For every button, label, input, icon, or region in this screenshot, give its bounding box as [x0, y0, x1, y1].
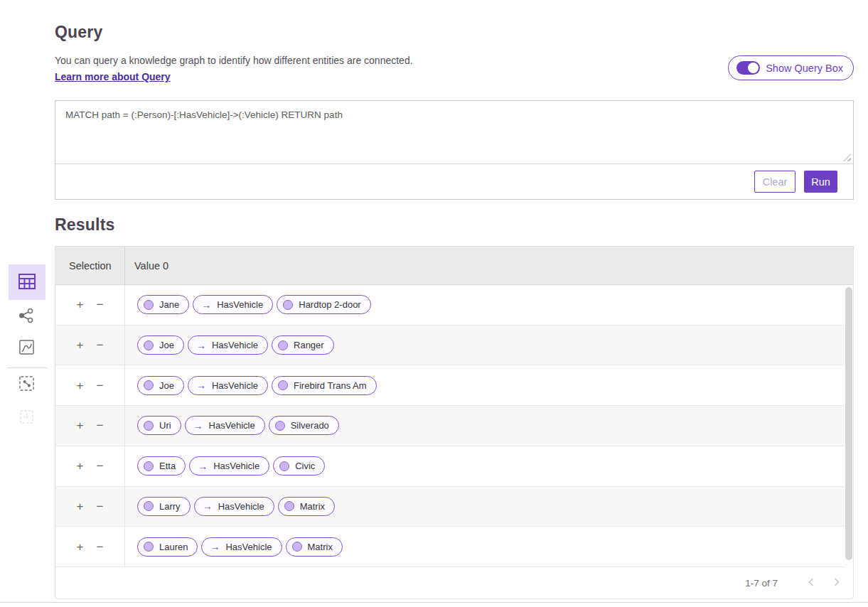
table-row: + − Uri → HasVehicle Silverado [55, 406, 853, 446]
node-pill-source[interactable]: Lauren [137, 537, 198, 557]
sidebar-item-table-view[interactable] [9, 264, 45, 300]
results-title: Results [55, 215, 114, 235]
edge-arrow-icon: → [196, 340, 206, 350]
expand-row-button[interactable]: + [75, 499, 85, 514]
edge-label: HasVehicle [218, 501, 264, 512]
node-circle-icon [144, 461, 154, 471]
edge-pill[interactable]: → HasVehicle [201, 537, 282, 557]
next-page-button[interactable] [830, 574, 843, 592]
node-pill-target[interactable]: Matrix [278, 497, 335, 516]
edge-arrow-icon: → [198, 461, 208, 471]
node-pill-source[interactable]: Larry [137, 497, 191, 516]
node-circle-icon [279, 461, 289, 471]
node-pill-source[interactable]: Joe [137, 376, 184, 395]
results-table: Selection Value 0 + − Jane → HasVehicle … [55, 246, 854, 599]
edge-pill[interactable]: → HasVehicle [189, 456, 269, 476]
sidebar-divider [7, 367, 47, 368]
node-label: Hardtop 2-door [299, 299, 360, 310]
sidebar-item-graph-view[interactable] [16, 306, 36, 326]
expand-row-button[interactable]: + [75, 418, 85, 433]
table-scrollbar-thumb[interactable] [845, 287, 852, 560]
toggle-switch-icon[interactable] [736, 61, 760, 75]
node-label: Matrix [300, 501, 325, 512]
node-label: Jane [159, 299, 179, 310]
edge-label: HasVehicle [213, 461, 259, 471]
edge-pill[interactable]: → HasVehicle [185, 416, 265, 435]
node-pill-source[interactable]: Uri [137, 416, 181, 435]
node-circle-icon [144, 380, 154, 390]
expand-row-button[interactable]: + [75, 378, 85, 393]
edge-arrow-icon: → [203, 501, 213, 511]
selection-cell: + − [55, 487, 125, 527]
edge-label: HasVehicle [212, 380, 258, 391]
edge-pill[interactable]: → HasVehicle [193, 295, 273, 314]
node-pill-target[interactable]: Ranger [272, 335, 334, 355]
node-circle-icon [144, 542, 154, 552]
sidebar-item-expand-view [18, 410, 34, 426]
node-pill-source[interactable]: Jane [137, 295, 189, 314]
node-pill-target[interactable]: Silverado [269, 416, 339, 435]
query-panel-footer: Clear Run [55, 164, 853, 199]
table-row: + − Larry → HasVehicle Matrix [55, 487, 853, 527]
expand-row-button[interactable]: + [75, 338, 85, 353]
collapse-row-button[interactable]: − [95, 499, 105, 514]
learn-more-link[interactable]: Learn more about Query [55, 71, 171, 82]
edge-label: HasVehicle [217, 299, 263, 310]
show-query-box-toggle[interactable]: Show Query Box [728, 55, 854, 80]
table-scrollbar-track[interactable] [844, 285, 853, 567]
expand-row-button[interactable]: + [75, 458, 85, 473]
edge-pill[interactable]: → HasVehicle [188, 335, 268, 355]
node-label: Uri [159, 420, 171, 431]
collapse-row-button[interactable]: − [95, 458, 105, 473]
sidebar-item-chart-view[interactable] [16, 338, 36, 358]
node-pill-target[interactable]: Civic [273, 456, 325, 476]
expand-row-button[interactable]: + [75, 539, 85, 554]
table-footer: 1-7 of 7 [55, 567, 853, 598]
collapse-row-button[interactable]: − [95, 539, 105, 554]
pagination-range-label: 1-7 of 7 [745, 578, 778, 589]
node-circle-icon [275, 421, 285, 431]
node-pill-target[interactable]: Matrix [286, 537, 343, 557]
toggle-label: Show Query Box [766, 63, 843, 74]
graph-view-icon [17, 306, 36, 327]
edge-label: HasVehicle [225, 542, 272, 552]
query-input[interactable]: MATCH path = (:Person)-[:HasVehicle]->(:… [55, 101, 853, 163]
node-circle-icon [278, 380, 288, 390]
run-button[interactable]: Run [804, 171, 837, 193]
column-header-value0: Value 0 [125, 247, 853, 284]
collapse-row-button[interactable]: − [95, 418, 105, 433]
collapse-row-button[interactable]: − [95, 297, 105, 312]
expand-view-icon [19, 409, 34, 426]
node-label: Etta [159, 461, 176, 471]
expand-row-button[interactable]: + [75, 297, 85, 312]
table-row: + − Etta → HasVehicle Civic [55, 446, 853, 487]
node-pill-source[interactable]: Etta [137, 456, 186, 476]
edge-arrow-icon: → [193, 421, 203, 431]
map-view-icon [18, 375, 35, 394]
collapse-row-button[interactable]: − [95, 338, 105, 353]
edge-arrow-icon: → [196, 380, 206, 390]
query-editor-wrap: MATCH path = (:Person)-[:HasVehicle]->(:… [55, 101, 853, 164]
edge-pill[interactable]: → HasVehicle [188, 376, 268, 395]
table-row: + − Joe → HasVehicle Ranger [55, 326, 853, 366]
edge-label: HasVehicle [209, 420, 255, 431]
toggle-knob [748, 63, 759, 73]
node-label: Lauren [159, 542, 188, 552]
node-label: Silverado [291, 420, 329, 431]
table-row: + − Lauren → HasVehicle Matrix [55, 527, 853, 567]
table-row: + − Joe → HasVehicle Firebird Trans Am [55, 365, 853, 406]
node-pill-target[interactable]: Firebird Trans Am [272, 376, 377, 395]
edge-pill[interactable]: → HasVehicle [194, 497, 274, 516]
collapse-row-button[interactable]: − [95, 378, 105, 393]
node-pill-target[interactable]: Hardtop 2-door [277, 295, 370, 314]
selection-cell: + − [55, 527, 125, 566]
sidebar-item-map-view[interactable] [16, 375, 36, 394]
node-pill-source[interactable]: Joe [137, 335, 184, 355]
prev-page-button[interactable] [805, 574, 818, 592]
table-view-icon [18, 273, 36, 292]
edge-label: HasVehicle [212, 340, 258, 350]
node-label: Matrix [308, 542, 333, 552]
node-label: Joe [159, 340, 174, 350]
node-circle-icon [144, 300, 154, 310]
clear-button[interactable]: Clear [754, 171, 795, 193]
